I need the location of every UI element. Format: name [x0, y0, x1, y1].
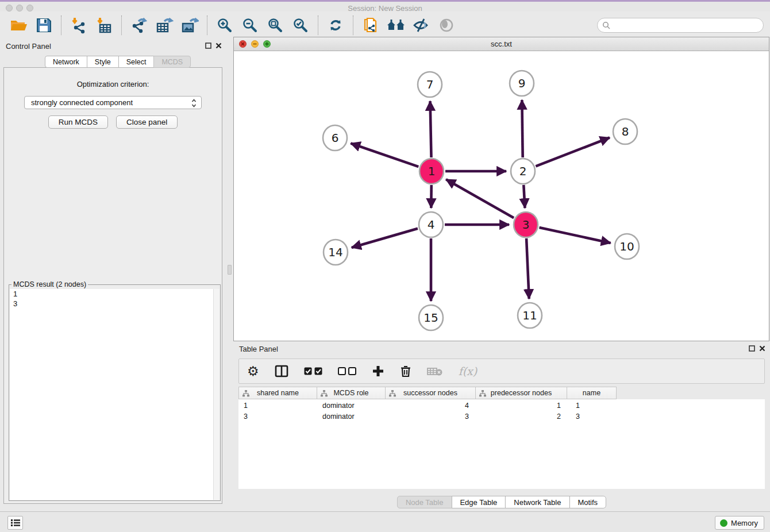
network-view-window: scc.txt 7968124314101511 — [233, 37, 769, 341]
save-floppy-icon — [36, 17, 52, 33]
add-column-icon[interactable] — [372, 365, 384, 377]
zoom-out-button[interactable] — [240, 16, 260, 35]
home-icon — [386, 18, 406, 33]
cell-predecessor-nodes[interactable]: 2 — [477, 412, 569, 421]
zoom-fit-button[interactable] — [265, 16, 285, 35]
column-header[interactable]: shared name — [238, 387, 317, 399]
zoom-in-button[interactable] — [215, 16, 234, 35]
table-settings-gear-icon[interactable]: ⚙ — [247, 365, 259, 378]
export-network-icon — [130, 17, 148, 34]
graph-edge-3-1[interactable] — [446, 179, 514, 218]
graph-edge-3-11[interactable] — [526, 238, 529, 299]
vertical-splitter-handle[interactable] — [228, 265, 232, 275]
cell-predecessor-nodes[interactable]: 1 — [477, 401, 569, 410]
refresh-button[interactable] — [326, 16, 345, 35]
select-all-columns-icon[interactable] — [304, 367, 322, 375]
zoom-selected-button[interactable] — [291, 16, 310, 35]
import-network-button[interactable] — [69, 16, 88, 35]
graph-edge-2-9[interactable] — [522, 100, 522, 157]
column-header[interactable]: MCDS role — [317, 387, 386, 399]
float-panel-icon[interactable] — [749, 345, 755, 352]
tab-mcds[interactable]: MCDS — [153, 56, 191, 68]
table-row[interactable]: 3 dominator 3 2 3 — [238, 412, 765, 421]
node-table[interactable]: 1 dominator 4 1 1 3 dominator 3 2 3 — [238, 399, 765, 489]
search-input[interactable] — [613, 20, 763, 31]
graph-node-label: 3 — [522, 218, 530, 232]
network-graph[interactable]: 7968124314101511 — [234, 52, 769, 341]
zoom-fit-icon — [267, 17, 283, 33]
table-panel: Table Panel ⚙ — [233, 342, 770, 509]
tab-network-table[interactable]: Network Table — [505, 496, 569, 508]
toolbar-separator — [121, 16, 122, 35]
split-panel-icon[interactable] — [275, 365, 288, 377]
toolbar-separator — [207, 16, 207, 35]
graph-node-label: 4 — [428, 218, 435, 232]
column-header-label: name — [583, 389, 600, 397]
clone-network-button[interactable] — [361, 16, 380, 35]
result-item: 1 — [10, 289, 220, 299]
delete-table-icon[interactable] — [427, 366, 443, 376]
criterion-select[interactable]: strongly connected component — [24, 96, 202, 109]
export-table-button[interactable] — [155, 16, 174, 35]
column-header[interactable]: successor nodes — [385, 387, 476, 399]
home-button[interactable] — [386, 16, 406, 35]
delete-trash-icon[interactable] — [400, 365, 411, 377]
graph-node-label: 10 — [619, 240, 634, 253]
network-window-titlebar[interactable]: scc.txt — [234, 37, 769, 51]
import-table-icon — [95, 17, 113, 34]
import-table-button[interactable] — [94, 16, 114, 35]
tab-node-table[interactable]: Node Table — [397, 496, 452, 508]
cell-name[interactable]: 1 — [569, 401, 619, 410]
cell-shared-name[interactable]: 3 — [238, 412, 317, 421]
hide-button[interactable] — [411, 16, 431, 35]
export-image-icon — [180, 17, 199, 34]
open-session-button[interactable] — [9, 16, 28, 35]
cell-successor-nodes[interactable]: 4 — [386, 401, 477, 410]
eye-slash-icon — [413, 18, 430, 33]
cell-mcds-role[interactable]: dominator — [317, 401, 386, 410]
optimization-criterion-label: Optimization criterion: — [4, 80, 222, 88]
graph-edge-3-10[interactable] — [539, 228, 610, 243]
run-mcds-button[interactable]: Run MCDS — [48, 115, 108, 129]
graph-edge-1-6[interactable] — [351, 143, 418, 167]
cell-mcds-role[interactable]: dominator — [317, 412, 386, 421]
network-canvas[interactable]: 7968124314101511 — [234, 52, 769, 341]
cell-shared-name[interactable]: 1 — [238, 401, 317, 410]
column-header[interactable]: predecessor nodes — [475, 387, 567, 399]
table-row[interactable]: 1 dominator 4 1 1 — [238, 401, 765, 410]
cell-successor-nodes[interactable]: 3 — [386, 412, 477, 421]
shared-column-icon — [321, 390, 328, 397]
close-panel-button[interactable]: Close panel — [116, 115, 178, 129]
close-panel-icon[interactable] — [759, 345, 765, 352]
graph-edge-1-7[interactable] — [430, 101, 432, 157]
save-session-button[interactable] — [34, 16, 53, 35]
graph-node-label: 1 — [428, 164, 436, 178]
export-network-button[interactable] — [129, 16, 149, 35]
memory-button[interactable]: Memory — [715, 516, 764, 530]
column-header-label: shared name — [257, 389, 299, 397]
tab-edge-table[interactable]: Edge Table — [451, 496, 506, 508]
select-chevrons-icon — [191, 98, 197, 108]
mcds-panel: Optimization criterion: strongly connect… — [3, 67, 222, 504]
mcds-result-title: MCDS result (2 nodes) — [11, 280, 88, 288]
close-panel-icon[interactable] — [215, 43, 222, 49]
float-panel-icon[interactable] — [205, 43, 211, 49]
result-scrollbar[interactable] — [213, 289, 220, 500]
column-header[interactable]: name — [567, 387, 617, 399]
graph-edge-2-8[interactable] — [536, 137, 610, 166]
cell-name[interactable]: 3 — [569, 412, 619, 421]
graph-edge-4-14[interactable] — [352, 229, 418, 248]
tab-style[interactable]: Style — [87, 56, 119, 68]
graph-edge-2-3[interactable] — [523, 185, 525, 208]
deselect-all-columns-icon[interactable] — [338, 367, 356, 375]
control-panel: Control Panel Network Style Select MCDS … — [0, 39, 226, 508]
task-history-button[interactable] — [7, 516, 23, 530]
tab-select[interactable]: Select — [118, 56, 155, 68]
mcds-result-list[interactable]: 1 3 — [10, 289, 220, 500]
show-button[interactable] — [437, 16, 456, 35]
search-box[interactable] — [597, 18, 764, 33]
search-icon — [602, 21, 610, 29]
export-image-button[interactable] — [180, 16, 199, 35]
tab-network[interactable]: Network — [45, 56, 87, 68]
tab-motifs[interactable]: Motifs — [569, 496, 606, 508]
